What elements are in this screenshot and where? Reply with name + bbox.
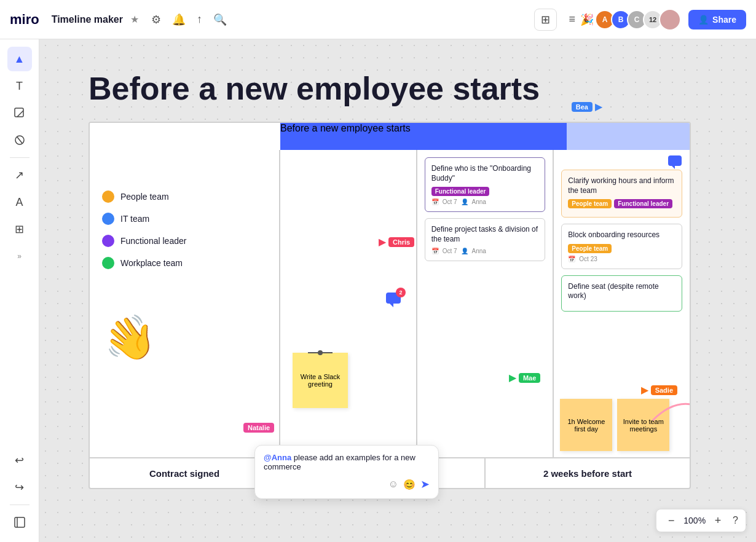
page-title: Before a new employee starts (89, 70, 756, 107)
chat-text: @Anna please add an examples for a new c… (264, 453, 430, 471)
sticky-text-write-slack: Write a Slack greeting (293, 353, 348, 408)
card-block-resources[interactable]: Block onboarding resources People team 📅… (561, 224, 682, 269)
comment-icon-top[interactable] (667, 155, 682, 172)
cursor-natalie: Natalie (243, 423, 274, 433)
shape-tool[interactable] (7, 128, 32, 152)
header-light-cell (567, 123, 690, 150)
legend-label-it: IT team (120, 214, 149, 224)
send-button[interactable]: ➤ (420, 477, 430, 491)
footer-contract: Contract signed (90, 458, 280, 488)
header-empty (90, 123, 280, 150)
nav-icons: ⚙ 🔔 ↑ 🔍 (151, 13, 227, 26)
emoji-icon[interactable]: ☺ (388, 479, 398, 490)
header-main-label: Before a new employee starts (280, 123, 411, 133)
person-icon-project: 👤 (461, 248, 468, 254)
collab-filter-icon[interactable]: ≡ (569, 13, 576, 26)
apps-button[interactable]: ⊞ (534, 9, 557, 31)
svg-marker-9 (672, 166, 675, 169)
share-label: Share (712, 15, 736, 25)
legend-label-workplace: Workplace team (120, 258, 183, 268)
legend-dot-people (102, 190, 114, 203)
card-title-resources: Block onboarding resources (568, 230, 675, 240)
tag-functional-leader: Functional leader (431, 187, 490, 196)
comment-icon-card (667, 155, 682, 170)
svg-line-3 (17, 137, 22, 143)
avatar-extra[interactable] (659, 9, 681, 31)
svg-marker-7 (390, 304, 393, 307)
collab-celebrate-icon[interactable]: 🎉 (580, 13, 594, 26)
card-working-hours[interactable]: Clarify working hours and inform the tea… (561, 170, 682, 218)
card-title-seat: Define seat (despite remote work) (568, 282, 675, 301)
card-title-project: Define project tasks & division of the t… (431, 225, 539, 244)
calendar-icon-project: 📅 (431, 248, 439, 254)
card-meta-resources: 📅 Oct 23 (568, 256, 675, 262)
card-define-seat[interactable]: Define seat (despite remote work) (561, 275, 682, 312)
card-assignee-buddy: Anna (472, 198, 486, 205)
card-project-tasks[interactable]: Define project tasks & division of the t… (425, 218, 546, 261)
settings-icon[interactable]: ⚙ (151, 13, 161, 26)
zoom-in-button[interactable]: + (711, 513, 725, 528)
upload-icon[interactable]: ↑ (197, 13, 202, 26)
card-meta-buddy: 📅 Oct 7 👤 Anna (431, 198, 539, 205)
text-tool[interactable]: T (7, 74, 32, 98)
share-button[interactable]: 👤 Share (688, 10, 746, 29)
timeline-body: People team IT team Functional leader Wo… (90, 150, 690, 457)
redo-tool[interactable]: ↪ (7, 475, 32, 500)
card-date-resources: Oct 23 (579, 256, 597, 262)
board-content: Before a new employee starts Before a ne… (89, 70, 756, 489)
sticky-note-tool[interactable] (7, 101, 32, 125)
card-onboarding-buddy[interactable]: Define who is the "Onboarding Buddy" Fun… (425, 157, 546, 212)
timeline-table: Before a new employee starts People team… (89, 122, 691, 489)
chat-mention: @Anna (264, 453, 291, 462)
smile-icon[interactable]: 😊 (403, 479, 415, 490)
card-tags-buddy: Functional leader (431, 187, 539, 196)
toolbar-separator-1 (10, 157, 30, 158)
panel-toggle[interactable] (7, 510, 32, 535)
zoom-out-button[interactable]: − (664, 513, 679, 528)
svg-rect-8 (668, 155, 682, 166)
tag-functional-hours: Functional leader (614, 199, 672, 208)
comment-icon-area[interactable]: 2 (385, 291, 402, 311)
week-col-2weeks: Clarify working hours and inform the tea… (554, 150, 690, 457)
legend-item-people: People team (102, 190, 267, 203)
bell-icon[interactable]: 🔔 (172, 13, 186, 26)
cursor-label-mae: Mae (519, 373, 540, 383)
card-assignee-project: Anna (472, 248, 486, 254)
legend-label-people: People team (120, 192, 169, 202)
card-title-buddy: Define who is the "Onboarding Buddy" (431, 164, 539, 183)
help-icon[interactable]: ? (733, 515, 738, 526)
tag-people-resources: People team (568, 244, 612, 253)
header-main-cell: Before a new employee starts (280, 123, 567, 150)
cursor-chris: ▶ Chris (379, 236, 414, 248)
card-tags-hours: People team Functional leader (568, 199, 675, 208)
arrow-tool[interactable]: ↗ (7, 163, 32, 187)
frame-tool[interactable]: ⊞ (7, 217, 32, 242)
calendar-icon-resources: 📅 (568, 256, 575, 262)
select-tool[interactable]: ▲ (7, 47, 32, 71)
left-toolbar: ▲ T ↗ A ⊞ » ↩ ↪ (0, 39, 39, 542)
legend-item-functional: Functional leader (102, 235, 267, 247)
person-icon-buddy: 👤 (461, 198, 468, 205)
expand-tools[interactable]: » (7, 244, 32, 269)
sticky-welcome-day[interactable]: 1h Welcome first day (560, 399, 612, 451)
avatars: A B C 12 (599, 9, 681, 31)
pen-tool[interactable]: A (7, 190, 32, 214)
star-icon[interactable]: ★ (130, 14, 139, 25)
card-date-buddy: Oct 7 (443, 198, 457, 205)
footer-2weeks: 2 weeks before start (486, 458, 690, 488)
cursor-label-chris: Chris (388, 237, 414, 247)
card-tags-resources: People team (568, 244, 675, 253)
card-meta-project: 📅 Oct 7 👤 Anna (431, 248, 539, 254)
svg-line-1 (17, 111, 23, 117)
undo-tool[interactable]: ↩ (7, 448, 32, 473)
search-icon[interactable]: 🔍 (213, 13, 227, 26)
week-col-4weeks: Define who is the "Onboarding Buddy" Fun… (417, 150, 554, 457)
legend-dot-it (102, 213, 114, 225)
waving-hand-sticker: 👋 (99, 289, 270, 367)
canvas[interactable]: Before a new employee starts Before a ne… (39, 39, 756, 542)
legend-column: People team IT team Functional leader Wo… (90, 150, 280, 457)
legend-dot-functional (102, 235, 114, 247)
board-title[interactable]: Timeline maker (52, 14, 123, 25)
sticky-write-slack[interactable]: Write a Slack greeting (293, 353, 348, 408)
legend-item-workplace: Workplace team (102, 257, 267, 269)
